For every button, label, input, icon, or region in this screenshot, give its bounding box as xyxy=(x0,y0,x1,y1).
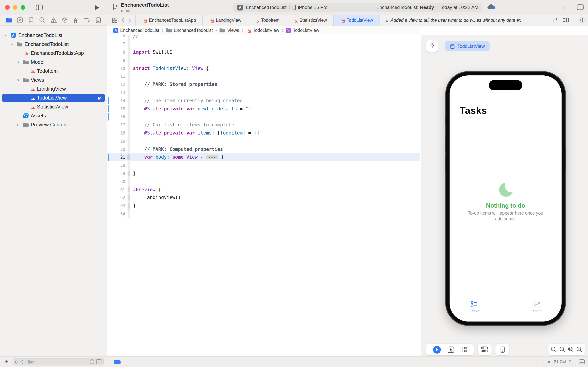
sidebar-item-Model[interactable]: ▾Model xyxy=(0,58,107,67)
sidebar-item-EnchancedTodoListApp[interactable]: EnchancedTodoListApp xyxy=(0,49,107,58)
editor-options-icon[interactable] xyxy=(563,17,569,23)
add-editor-icon[interactable] xyxy=(579,17,585,23)
tab-TodoListView[interactable]: TodoListView xyxy=(333,15,379,26)
sidebar-item-Views[interactable]: ▾Views xyxy=(0,75,107,84)
back-icon[interactable] xyxy=(121,18,125,23)
sidebar-item-Preview Content[interactable]: ▸Preview Content xyxy=(0,120,107,129)
fold-chevron-icon[interactable]: › xyxy=(127,154,130,160)
variants-grid-button[interactable] xyxy=(461,347,467,352)
sidebar-item-TodoItem[interactable]: TodoItem xyxy=(0,67,107,75)
breadcrumb-item-TodoListView[interactable]: STodoListView xyxy=(286,28,319,33)
code-line-62[interactable]: 62 LandingView() xyxy=(107,194,420,202)
selectable-mode-button[interactable] xyxy=(447,346,454,353)
tab-StatisticsView[interactable]: StatisticsView xyxy=(286,15,333,26)
find-icon[interactable] xyxy=(39,17,46,23)
breadcrumb-item-EnchancedTodoList[interactable]: EnchancedTodoList xyxy=(166,28,213,33)
code-line-20[interactable]: 20 // MARK: Computed properties xyxy=(107,145,420,153)
breadcrumb-item-Views[interactable]: Views xyxy=(219,28,239,33)
code-line-16[interactable]: 16 xyxy=(107,113,420,121)
code-line-64[interactable]: 64 xyxy=(107,210,420,218)
live-preview-button[interactable] xyxy=(433,345,441,354)
tests-icon[interactable] xyxy=(61,17,68,23)
source-control-icon[interactable] xyxy=(17,17,23,23)
add-file-button[interactable]: + xyxy=(5,358,8,365)
sidebar-item-EnchancedTodoList[interactable]: ▾AEnchancedTodoList xyxy=(0,31,107,40)
toggle-sidebar-icon[interactable] xyxy=(36,4,43,10)
sidebar-item-Assets[interactable]: Assets xyxy=(0,111,107,120)
zoom-actual-icon[interactable]: 1 xyxy=(559,346,565,353)
minimize-button[interactable] xyxy=(13,5,17,10)
minimap-grid-icon[interactable] xyxy=(112,17,118,23)
code-line-58[interactable]: 58 xyxy=(107,161,420,169)
code-line-6[interactable]: 6// xyxy=(107,35,420,40)
swap-editors-icon[interactable] xyxy=(552,17,558,23)
tab-EnchancedTodoListApp[interactable]: EnchancedTodoListApp xyxy=(135,15,202,26)
breakpoints-icon[interactable] xyxy=(84,17,90,23)
filter-field[interactable]: Filter xyxy=(13,358,104,366)
recent-files-icon[interactable] xyxy=(89,359,94,364)
disclosure-icon[interactable]: ▾ xyxy=(4,33,8,37)
disclosure-icon[interactable]: ▸ xyxy=(16,123,20,126)
code-line-61[interactable]: 61#Preview { xyxy=(107,185,420,194)
code-line-11[interactable]: 11 xyxy=(107,72,420,81)
tab-tasks[interactable]: Tasks xyxy=(470,301,479,313)
code-line-12[interactable]: 12 // MARK: Stored properties xyxy=(107,81,420,89)
zoom-out-icon[interactable] xyxy=(551,346,557,353)
code-line-8[interactable]: 8import SwiftUI xyxy=(107,48,420,56)
activity-chip[interactable] xyxy=(114,360,121,364)
disclosure-icon[interactable]: ▾ xyxy=(16,60,20,64)
fold-ribbon-mark[interactable] xyxy=(127,195,130,200)
issues-icon[interactable] xyxy=(50,17,57,23)
disclosure-icon[interactable]: ▾ xyxy=(10,42,14,46)
project-navigator-icon[interactable] xyxy=(5,17,12,23)
breadcrumb-item-EnchancedTodoList[interactable]: AEnchancedTodoList xyxy=(113,28,159,33)
code-line-19[interactable]: 19 xyxy=(107,137,420,145)
run-destination[interactable]: iPhone 15 Pro xyxy=(298,5,328,10)
source-editor[interactable]: 6//78import SwiftUI910struct TodoListVie… xyxy=(107,35,420,356)
sidebar-item-LandingView[interactable]: LandingView xyxy=(0,84,107,93)
scheme-name[interactable]: EnchancedTodoList xyxy=(246,5,287,10)
scheme-app-icon[interactable]: A xyxy=(237,4,243,10)
code-line-59[interactable]: 59} xyxy=(107,169,420,177)
fold-ribbon-mark[interactable] xyxy=(127,170,130,176)
code-line-13[interactable]: 13 xyxy=(107,88,420,97)
code-line-18[interactable]: 18 @State private var items: [TodoItem] … xyxy=(107,129,420,137)
keyboard-display-icon[interactable] xyxy=(579,359,585,364)
reports-icon[interactable] xyxy=(95,17,101,23)
add-tab-button[interactable]: + xyxy=(562,4,566,12)
fold-ribbon-mark[interactable] xyxy=(127,187,130,192)
run-button[interactable] xyxy=(94,5,100,10)
forward-icon[interactable] xyxy=(128,18,131,23)
zoom-button[interactable] xyxy=(21,5,25,10)
code-line-9[interactable]: 9 xyxy=(107,56,420,64)
pin-preview-button[interactable] xyxy=(426,40,438,52)
tab-LandingView[interactable]: LandingView xyxy=(202,15,248,26)
bookmarks-icon[interactable] xyxy=(28,17,34,23)
tab-TodoItem[interactable]: TodoItem xyxy=(248,15,286,26)
source-control-filter-icon[interactable] xyxy=(96,359,101,364)
code-line-63[interactable]: 63} xyxy=(107,202,420,210)
sidebar-item-EnchancedTodoList[interactable]: ▾EnchancedTodoList xyxy=(0,40,107,49)
code-line-17[interactable]: 17 // Our list of items to complete xyxy=(107,121,420,129)
code-line-7[interactable]: 7 xyxy=(107,40,420,48)
sidebar-item-StatisticsView[interactable]: StatisticsView xyxy=(0,102,107,111)
code-line-14[interactable]: 14 // The item currently being created xyxy=(107,97,420,105)
tab-stats[interactable]: Stats xyxy=(533,301,541,313)
fold-ribbon-mark[interactable] xyxy=(127,203,130,209)
close-button[interactable] xyxy=(5,5,10,10)
device-settings-button[interactable] xyxy=(478,344,492,355)
disclosure-icon[interactable]: ▾ xyxy=(16,78,20,82)
code-line-15[interactable]: 15 @State private var newItemDetails = "… xyxy=(107,105,420,113)
sidebar-item-TodoListView[interactable]: TodoListViewM xyxy=(0,93,107,102)
preview-device-button[interactable] xyxy=(496,344,509,355)
zoom-fit-icon[interactable] xyxy=(568,346,574,353)
code-line-60[interactable]: 60 xyxy=(107,177,420,186)
scheme-status-pill: A EnchancedTodoList 〉 iPhone 15 Pro Ench… xyxy=(233,3,482,12)
editor-layout-icon[interactable] xyxy=(577,4,584,10)
zoom-in-icon[interactable] xyxy=(576,346,583,353)
debug-icon[interactable] xyxy=(73,17,79,23)
preview-target-chip[interactable]: TodoListView xyxy=(445,41,489,51)
breadcrumb-item-TodoListView[interactable]: TodoListView xyxy=(246,28,279,33)
code-line-10[interactable]: 10struct TodoListView: View { xyxy=(107,64,420,72)
code-line-21[interactable]: 21› var body: some View { ••• } xyxy=(107,153,420,161)
